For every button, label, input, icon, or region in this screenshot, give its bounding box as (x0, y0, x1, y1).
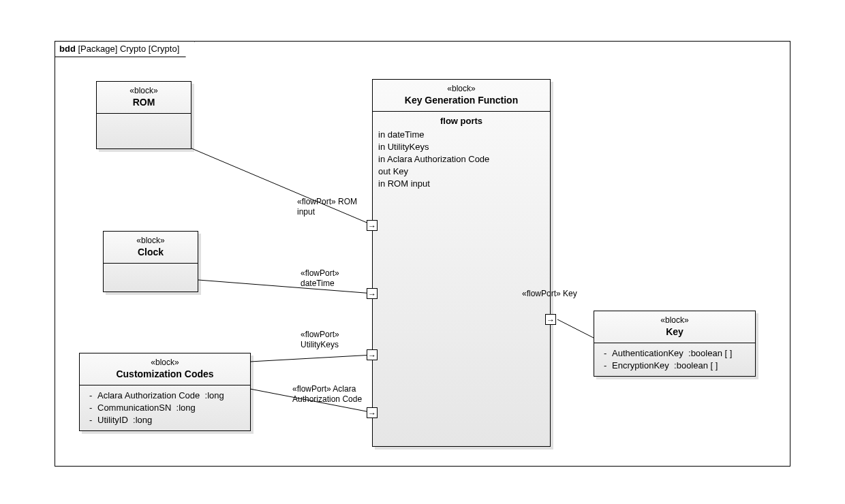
attr-row: -UtilityID :long (85, 414, 245, 426)
block-kgf-section: flow ports (378, 116, 544, 126)
svg-line-1 (198, 280, 373, 294)
block-rom-name: ROM (99, 97, 188, 108)
block-key-body: -AuthenticationKey :boolean [ ] -Encrypt… (594, 343, 755, 376)
block-key-generation-function: «block» Key Generation Function flow por… (372, 79, 551, 447)
arrow-right-icon: → (367, 409, 377, 418)
block-kgf-stereo: «block» (375, 84, 547, 93)
frame-prefix: bdd (59, 44, 76, 54)
port-label-utilitykeys: «flowPort» UtilityKeys (301, 330, 339, 350)
block-key-stereo: «block» (597, 315, 752, 325)
block-clock-stereo: «block» (106, 236, 195, 245)
frame-scope: [Package] Crypto [Crypto] (78, 44, 179, 54)
block-clock-head: «block» Clock (104, 232, 198, 264)
arrow-right-icon: → (367, 221, 377, 231)
arrow-right-icon: → (546, 315, 555, 325)
diagram-frame: bdd [Package] Crypto [Crypto] «block» RO… (55, 41, 790, 467)
flow-port-row: in dateTime (378, 129, 544, 141)
block-kgf-name: Key Generation Function (375, 95, 547, 106)
port-label-aclara: «flowPort» Aclara Authorization Code (292, 384, 362, 405)
flow-port-row: in ROM input (378, 178, 544, 190)
block-clock-name: Clock (106, 247, 195, 257)
port-key-out: → (545, 314, 556, 325)
block-rom-body (97, 114, 191, 122)
port-label-datetime: «flowPort» dateTime (301, 268, 339, 289)
block-kgf-head: «block» Key Generation Function (373, 80, 550, 112)
block-rom-head: «block» ROM (97, 82, 191, 114)
port-datetime: → (367, 288, 378, 299)
attr-row: -EncryptionKey :boolean [ ] (600, 360, 750, 372)
arrow-right-icon: → (367, 289, 377, 299)
block-cust-body: -Aclara Authorization Code :long -Commun… (80, 385, 250, 430)
svg-line-2 (250, 355, 373, 362)
svg-line-0 (190, 148, 373, 225)
block-clock: «block» Clock (103, 231, 198, 292)
flow-port-row: out Key (378, 166, 544, 178)
port-label-rom-input: «flowPort» ROM input (297, 197, 357, 217)
block-key-name: Key (597, 326, 752, 337)
block-rom: «block» ROM (96, 81, 191, 149)
svg-line-3 (250, 389, 373, 413)
block-kgf-body: flow ports in dateTime in UtilityKeys in… (373, 112, 550, 194)
block-clock-body (104, 264, 198, 272)
port-utilitykeys: → (367, 349, 378, 360)
block-rom-stereo: «block» (99, 86, 188, 95)
attr-row: -AuthenticationKey :boolean [ ] (600, 347, 750, 360)
attr-row: -Aclara Authorization Code :long (85, 390, 245, 402)
port-aclara-code: → (367, 407, 378, 418)
frame-title-tab: bdd [Package] Crypto [Crypto] (55, 41, 195, 57)
port-rom-input: → (367, 220, 378, 231)
block-cust-name: Customization Codes (82, 368, 247, 379)
block-key: «block» Key -AuthenticationKey :boolean … (594, 311, 756, 377)
arrow-right-icon: → (367, 351, 377, 360)
block-key-head: «block» Key (594, 311, 755, 343)
block-customization-codes: «block» Customization Codes -Aclara Auth… (79, 353, 251, 431)
block-cust-stereo: «block» (82, 358, 247, 367)
attr-row: -CommunicationSN :long (85, 402, 245, 414)
flow-port-row: in Aclara Authorization Code (378, 153, 544, 166)
svg-line-4 (557, 319, 594, 338)
block-cust-head: «block» Customization Codes (80, 353, 250, 385)
flow-port-row: in UtilityKeys (378, 141, 544, 153)
